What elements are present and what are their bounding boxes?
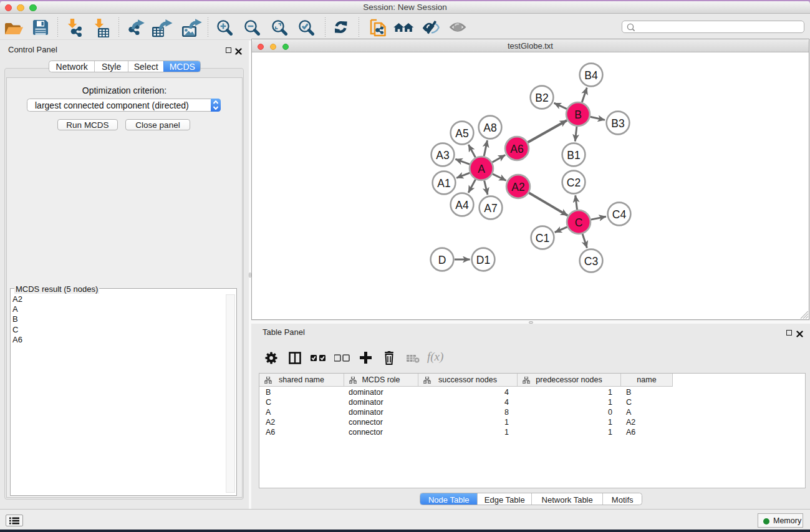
svg-text:A1: A1 xyxy=(437,177,450,190)
svg-text:D1: D1 xyxy=(476,254,490,266)
svg-text:A: A xyxy=(478,163,485,175)
svg-text:B4: B4 xyxy=(584,69,598,82)
svg-text:A4: A4 xyxy=(455,199,469,211)
svg-text:D: D xyxy=(438,254,446,266)
svg-text:B3: B3 xyxy=(611,117,624,130)
svg-text:A7: A7 xyxy=(484,202,497,215)
svg-text:C: C xyxy=(575,216,583,229)
svg-text:A3: A3 xyxy=(436,149,449,162)
svg-text:C4: C4 xyxy=(612,208,627,221)
svg-text:B2: B2 xyxy=(535,92,548,104)
svg-text:B1: B1 xyxy=(567,149,580,162)
svg-text:B: B xyxy=(574,109,582,121)
svg-text:C2: C2 xyxy=(567,177,581,189)
svg-text:A2: A2 xyxy=(511,181,524,193)
svg-text:C1: C1 xyxy=(536,232,549,244)
svg-text:A8: A8 xyxy=(483,122,496,134)
svg-text:C3: C3 xyxy=(584,255,598,268)
svg-text:A5: A5 xyxy=(455,127,468,140)
svg-text:A6: A6 xyxy=(510,143,523,155)
